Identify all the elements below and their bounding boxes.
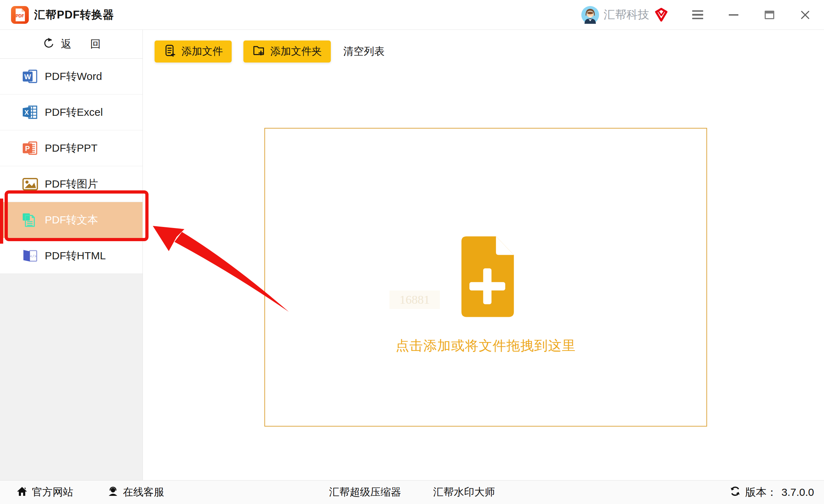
close-button[interactable] [797,7,813,23]
toolbar: 添加文件 添加文件夹 清空列表 [143,30,824,63]
sidebar-item-label: PDF转PPT [45,141,97,156]
svg-text:PDF: PDF [16,13,24,18]
app-window: PDF 汇帮PDF转换器 汇帮科技 [0,0,824,504]
account-name: 汇帮科技 [604,7,649,23]
account-area[interactable]: 汇帮科技 [581,6,669,24]
back-label: 返 回 [61,37,108,52]
sidebar-item-label: PDF转Word [45,69,102,84]
sidebar-empty-area [0,274,142,480]
add-file-button[interactable]: 添加文件 [155,40,232,63]
document-plus-icon [454,235,518,318]
svg-text:X: X [25,109,29,116]
customer-service-icon [107,486,119,499]
watermark: 16881 [389,291,440,309]
hamburger-menu-icon[interactable] [689,7,706,23]
minimize-button[interactable] [725,7,742,23]
picture-icon [22,176,38,192]
pdf-logo-icon: PDF [11,6,29,24]
product-link-watermark[interactable]: 汇帮水印大师 [433,485,495,499]
app-title: 汇帮PDF转换器 [34,7,114,22]
sidebar-item-pdf-to-image[interactable]: PDF转图片 [0,166,142,202]
sidebar-item-label: PDF转HTML [45,249,106,263]
online-support-label: 在线客服 [123,485,164,499]
back-button[interactable]: 返 回 [0,30,142,59]
product-link-compressor[interactable]: 汇帮超级压缩器 [329,485,401,499]
sidebar-item-pdf-to-excel[interactable]: X PDF转Excel [0,94,142,130]
ppt-icon: P [22,140,38,156]
undo-arrow-icon [42,37,54,51]
main-panel: 添加文件 添加文件夹 清空列表 16881 [143,30,824,480]
sidebar-item-label: PDF转文本 [45,213,98,227]
excel-icon: X [22,104,38,120]
official-website-label: 官方网站 [32,485,73,499]
add-folder-icon [252,44,265,59]
update-refresh-icon [729,486,741,499]
footer: 官方网站 在线客服 汇帮超级压缩器 汇帮水印大师 [0,480,824,504]
maximize-button[interactable] [761,7,777,23]
svg-text:</>: </> [30,254,37,259]
svg-text:W: W [24,73,31,81]
sidebar-item-pdf-to-text[interactable]: PDF转文本 [0,202,142,238]
sidebar-item-pdf-to-html[interactable]: </> PDF转HTML [0,238,142,274]
version-value: 3.7.0.0 [781,486,814,498]
sidebar: 返 回 W PDF转Word X PDF转Excel [0,30,143,480]
add-file-icon [163,44,176,59]
svg-text:P: P [25,145,30,152]
clear-list-button[interactable]: 清空列表 [343,44,384,59]
html-icon: </> [22,248,38,264]
sidebar-item-label: PDF转Excel [45,105,103,120]
add-file-label: 添加文件 [182,44,223,59]
titlebar: PDF 汇帮PDF转换器 汇帮科技 [0,0,824,30]
sidebar-item-pdf-to-ppt[interactable]: P PDF转PPT [0,130,142,166]
file-dropzone[interactable]: 16881 点击添加或将文件拖拽到这里 [264,128,707,427]
avatar[interactable] [581,6,599,24]
text-file-icon [22,212,38,228]
version-label: 版本： [745,485,777,500]
sidebar-item-pdf-to-word[interactable]: W PDF转Word [0,59,142,94]
sidebar-item-label: PDF转图片 [45,177,98,191]
word-icon: W [22,68,38,85]
online-support-link[interactable]: 在线客服 [107,485,164,499]
home-icon [16,486,28,499]
add-folder-button[interactable]: 添加文件夹 [243,40,331,63]
vip-badge-icon[interactable] [654,7,669,22]
official-website-link[interactable]: 官方网站 [16,485,73,499]
add-folder-label: 添加文件夹 [270,44,322,59]
dropzone-hint: 点击添加或将文件拖拽到这里 [265,337,706,355]
version-area[interactable]: 版本： 3.7.0.0 [729,485,814,500]
